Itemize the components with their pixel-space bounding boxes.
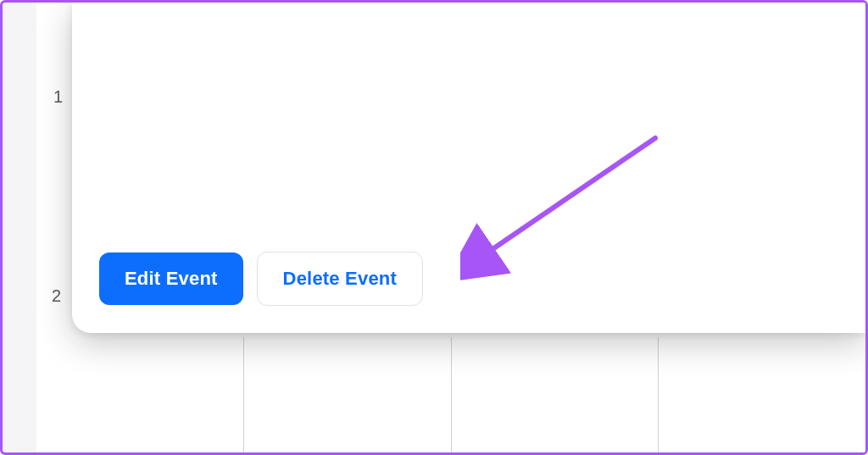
calendar-cell[interactable] — [658, 337, 865, 455]
calendar-cell[interactable] — [36, 337, 243, 455]
outer-frame: 1 2 Edit Event Delete Event — [0, 0, 868, 455]
calendar-cell[interactable] — [451, 337, 659, 455]
event-modal: Edit Event Delete Event — [72, 3, 865, 333]
edit-event-button[interactable]: Edit Event — [99, 252, 243, 305]
time-label: 2 — [52, 286, 61, 306]
calendar-grid — [36, 337, 865, 452]
modal-button-row: Edit Event Delete Event — [99, 252, 423, 306]
delete-event-button[interactable]: Delete Event — [257, 252, 423, 306]
time-label: 1 — [53, 87, 63, 107]
calendar-cell[interactable] — [243, 337, 451, 455]
